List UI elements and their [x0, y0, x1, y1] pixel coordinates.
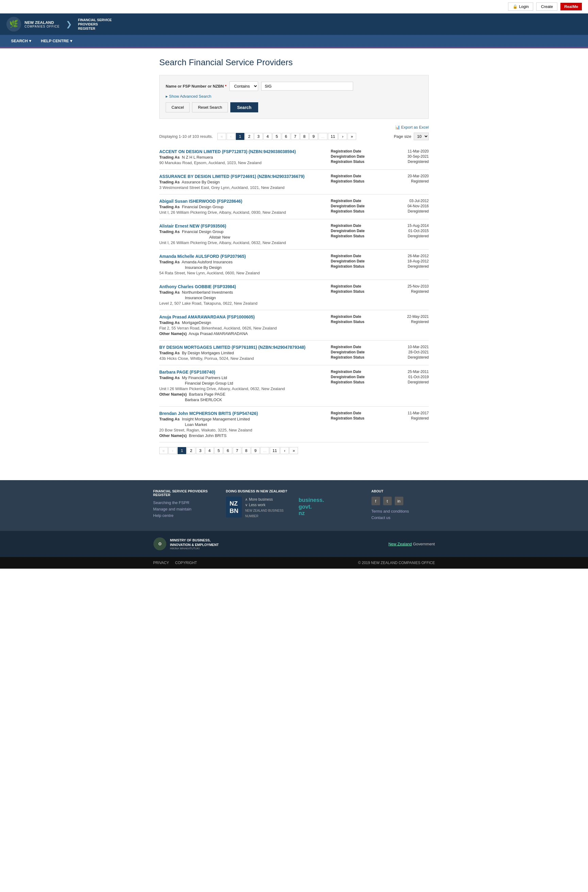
result-item: BY DESIGN MORTGAGES LIMITED (FSP761891) … — [159, 340, 429, 365]
page-4-btn-btm[interactable]: 4 — [205, 447, 214, 454]
status-label: Registration Status — [331, 234, 364, 238]
export-excel-link[interactable]: 📊 Export as Excel — [395, 125, 429, 129]
page-8-btn-btm[interactable]: 8 — [242, 447, 250, 454]
fern-icon: 🌿 — [6, 16, 21, 32]
page-11-btn[interactable]: 11 — [328, 133, 338, 140]
reset-button[interactable]: Reset Search — [192, 102, 228, 112]
page-3-btn-btm[interactable]: 3 — [196, 447, 205, 454]
cancel-button[interactable]: Cancel — [166, 102, 190, 112]
page-9-btn[interactable]: 9 — [309, 133, 318, 140]
trading-label: Trading As — [159, 260, 180, 264]
next-page-btn-btm[interactable]: › — [280, 447, 289, 454]
facebook-icon[interactable]: f — [372, 497, 380, 505]
first-page-btn-btm[interactable]: « — [159, 447, 168, 454]
register-line2: PROVIDERS — [78, 22, 98, 26]
advanced-search-label: Show Advanced Search — [169, 94, 212, 99]
login-button[interactable]: 🔒 Login — [508, 3, 534, 11]
page-2-btn-btm[interactable]: 2 — [187, 447, 195, 454]
page-size-select[interactable]: 10 — [414, 133, 429, 140]
realme-button[interactable]: RealMe — [560, 3, 582, 10]
prev-page-btn-btm[interactable]: ‹ — [168, 447, 177, 454]
result-name-link[interactable]: Brendan John MCPHERSON BRITS (FSP547426) — [159, 411, 258, 416]
result-name-link[interactable]: Amanda Michelle AULSFORD (FSP207965) — [159, 254, 246, 259]
footer-link-manage[interactable]: Manage and maintain — [153, 507, 217, 511]
result-item: Alistair Ernest NEW (FSP393506) Trading … — [159, 219, 429, 250]
trading-value-2: Insurance Design — [185, 295, 216, 300]
page-9-btn-btm[interactable]: 9 — [251, 447, 260, 454]
result-info: Brendan John MCPHERSON BRITS (FSP547426)… — [159, 411, 328, 438]
result-trading: Trading As Financial Design Group — [159, 205, 328, 209]
dereg-date-label: Deregistration Date — [331, 350, 365, 354]
result-trading: Trading As N Z H L Remuera — [159, 155, 328, 159]
next-page-btn[interactable]: › — [338, 133, 347, 140]
result-trading-2: Financial Design Group Ltd — [159, 381, 328, 385]
page-7-btn[interactable]: 7 — [291, 133, 300, 140]
footer-link-terms[interactable]: Terms and conditions — [372, 509, 435, 514]
page-6-btn-btm[interactable]: 6 — [224, 447, 232, 454]
trading-value-2: Financial Design Group Ltd — [185, 381, 233, 385]
reg-date-value: 26-Mar-2012 — [408, 254, 429, 258]
nav-help-label: HELP CENTRE ▾ — [41, 39, 72, 43]
result-name-link[interactable]: Anthony Charles GOBBIE (FSP33984) — [159, 284, 236, 289]
linkedin-icon[interactable]: in — [395, 497, 404, 505]
meta-status-row: Registration Status Deregistered — [331, 355, 429, 360]
meta-reg-date-row: Registration Date 03-Jul-2012 — [331, 199, 429, 203]
page-8-btn[interactable]: 8 — [300, 133, 309, 140]
logo-text: NEW ZEALAND COMPANIES OFFICE — [24, 20, 60, 28]
page-11-btn-btm[interactable]: 11 — [270, 447, 280, 454]
privacy-link[interactable]: PRIVACY — [153, 561, 169, 565]
footer-link-help[interactable]: Help centre — [153, 513, 217, 518]
result-name-link[interactable]: Abigail Susan ISHERWOOD (FSP228646) — [159, 199, 242, 204]
page-4-btn[interactable]: 4 — [263, 133, 272, 140]
footer-link-searching[interactable]: Searching the FSPR — [153, 500, 217, 505]
main-content: Search Financial Service Providers Name … — [153, 48, 435, 468]
other-names-label: Other Name(s) — [159, 392, 187, 397]
result-meta: Registration Date 22-May-2021 Registrati… — [331, 315, 429, 336]
result-trading: Trading As MortgageDesign — [159, 320, 328, 325]
last-page-btn[interactable]: » — [348, 133, 356, 140]
result-address: 54 Rata Street, New Lynn, Auckland, 0600… — [159, 271, 328, 275]
page-5-btn[interactable]: 5 — [273, 133, 281, 140]
page-1-btn-btm[interactable]: 1 — [178, 447, 186, 454]
page-6-btn[interactable]: 6 — [282, 133, 290, 140]
status-label: Registration Status — [331, 264, 364, 268]
nav-search[interactable]: SEARCH ▾ — [6, 35, 36, 47]
twitter-icon[interactable]: t — [383, 497, 392, 505]
dereg-date-value: 04-Nov-2016 — [408, 204, 429, 208]
site-header: 🌿 NEW ZEALAND COMPANIES OFFICE ❯ FINANCI… — [0, 13, 588, 35]
page-1-btn[interactable]: 1 — [236, 133, 244, 140]
meta-dereg-date-row: Deregistration Date 01-Oct-2019 — [331, 375, 429, 379]
footer-main: FINANCIAL SERVICE PROVIDERSREGISTER Sear… — [0, 480, 588, 531]
result-name-link[interactable]: ASSURANCE BY DESIGN LIMITED (FSP724691) … — [159, 174, 304, 179]
search-button[interactable]: Search — [230, 102, 258, 112]
page-5-btn-btm[interactable]: 5 — [214, 447, 223, 454]
advanced-search-link[interactable]: Show Advanced Search — [166, 94, 422, 99]
create-button[interactable]: Create — [536, 3, 557, 11]
result-name-link[interactable]: Barbara PAGE (FSP108740) — [159, 370, 215, 375]
result-other-names-2: Barbara SHERLOCK — [159, 397, 328, 402]
last-page-btn-btm[interactable]: » — [290, 447, 298, 454]
result-name-link[interactable]: Alistair Ernest NEW (FSP393506) — [159, 223, 226, 228]
export-label: Export as Excel — [401, 125, 429, 129]
trading-label: Trading As — [159, 290, 180, 295]
search-input[interactable] — [261, 82, 353, 91]
result-trading: Trading As Northumberland Investments — [159, 290, 328, 295]
result-name-link[interactable]: Anuja Prasad AMARAWARDANA (FSP1000605) — [159, 315, 255, 319]
copyright-link[interactable]: COPYRIGHT — [175, 561, 197, 565]
result-name-link[interactable]: ACCENT ON DESIGN LIMITED (FSP712873) (NZ… — [159, 149, 296, 154]
contains-select[interactable]: Contains — [230, 81, 258, 91]
page-3-btn[interactable]: 3 — [254, 133, 263, 140]
first-page-btn[interactable]: « — [218, 133, 226, 140]
page-2-btn[interactable]: 2 — [245, 133, 254, 140]
result-meta: Registration Date 10-Mar-2021 Deregistra… — [331, 345, 429, 361]
result-other-names: Other Name(s) Brendan John BRITS — [159, 433, 328, 438]
prev-page-btn[interactable]: ‹ — [226, 133, 235, 140]
footer-link-contact[interactable]: Contact us — [372, 515, 435, 520]
meta-dereg-date-row: Deregistration Date 04-Nov-2016 — [331, 204, 429, 208]
result-info: Anthony Charles GOBBIE (FSP33984) Tradin… — [159, 284, 328, 306]
nav-help[interactable]: HELP CENTRE ▾ — [36, 35, 77, 47]
page-7-btn-btm[interactable]: 7 — [233, 447, 242, 454]
footer-fspr-title: FINANCIAL SERVICE PROVIDERSREGISTER — [153, 489, 217, 497]
result-name-link[interactable]: BY DESIGN MORTGAGES LIMITED (FSP761891) … — [159, 345, 305, 350]
trading-label: Trading As — [159, 351, 180, 355]
